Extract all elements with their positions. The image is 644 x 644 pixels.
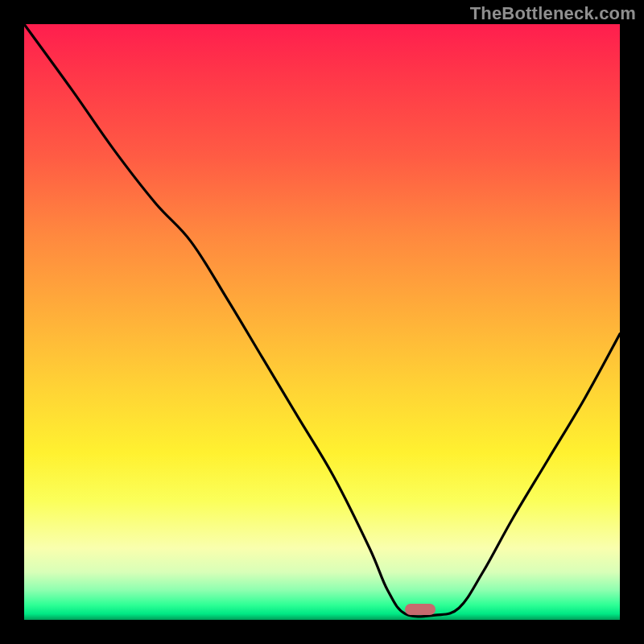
- chart-frame: TheBottleneck.com: [0, 0, 644, 644]
- plot-background-gradient: [24, 24, 620, 620]
- optimum-marker: [405, 604, 436, 615]
- plot-area: [24, 24, 620, 620]
- watermark: TheBottleneck.com: [470, 3, 636, 24]
